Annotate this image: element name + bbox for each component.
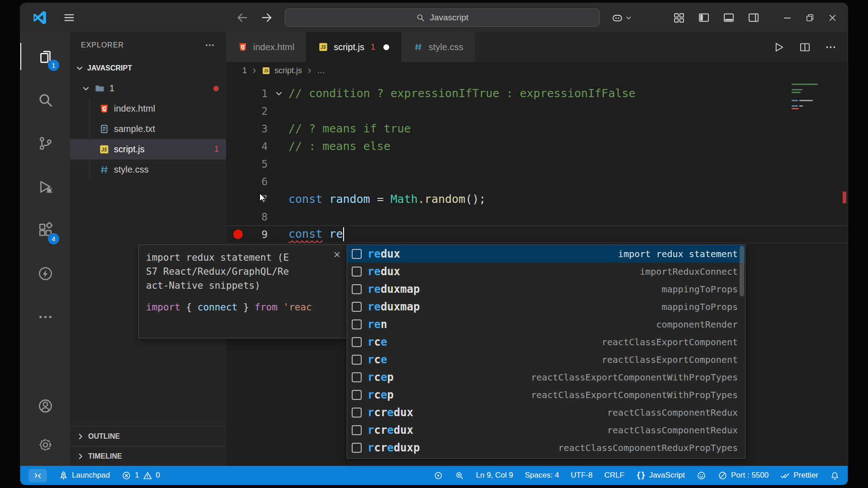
workspace-name: JAVASCRIPT [87, 64, 132, 72]
close-button[interactable] [827, 13, 838, 23]
suggest-item-8[interactable]: rcepreactClassExportComponentWithPropTyp… [347, 386, 745, 404]
code-line-6[interactable]: 6 [226, 173, 848, 190]
suggest-item-3[interactable]: reduxmapmappingToProps [347, 298, 745, 315]
gutter[interactable]: 5 [226, 158, 288, 170]
explorer-more-icon[interactable] [204, 40, 215, 51]
code-line-2[interactable]: 2 [226, 102, 848, 120]
workspace-section-javascript[interactable]: JAVASCRIPT [70, 58, 226, 78]
activity-explorer[interactable]: 1 [20, 35, 70, 78]
launchpad-item[interactable]: Launchpad [59, 471, 110, 480]
code-line-8[interactable]: 8 [226, 208, 848, 225]
activity-search[interactable] [20, 78, 70, 122]
unsaved-dot[interactable] [383, 44, 389, 50]
gutter[interactable]: 9 [226, 229, 288, 240]
activity-source-control[interactable] [20, 122, 70, 165]
run-button[interactable] [773, 41, 785, 53]
breakpoint-dot[interactable] [233, 230, 243, 239]
snippet-icon [352, 319, 362, 329]
docs-close-icon[interactable] [333, 250, 341, 259]
activity-settings[interactable] [20, 425, 70, 464]
gutter[interactable]: 2 [226, 105, 288, 117]
line-number: 8 [261, 211, 268, 223]
snippet-icon [352, 337, 362, 347]
split-editor-button[interactable] [799, 41, 811, 53]
suggest-item-1[interactable]: reduximportReduxConnect [347, 263, 745, 280]
tree-item-sample-txt[interactable]: sample.txt [70, 119, 226, 139]
port-item[interactable]: Port : 5500 [718, 471, 769, 480]
minimap[interactable] [790, 81, 840, 117]
crumb-file[interactable]: script.js [274, 66, 302, 75]
activity-thunder-client[interactable] [20, 252, 70, 295]
command-center-search[interactable]: Javascript [285, 9, 599, 27]
code-line-3[interactable]: 3// ? means if true [226, 120, 848, 137]
suggest-label: redux [368, 265, 400, 278]
minimize-button[interactable] [782, 13, 793, 23]
gutter[interactable]: 1 [226, 88, 288, 99]
code-line-7[interactable]: 7const random = Math.random(); [226, 190, 848, 208]
toggle-sidebar-icon[interactable] [698, 11, 710, 24]
zoom-item[interactable] [455, 471, 464, 480]
tree-item-style-css[interactable]: style.css [70, 160, 226, 180]
suggest-item-10[interactable]: rcreduxreactClassComponentRedux [347, 421, 745, 439]
eol-item[interactable]: CRLF [604, 471, 624, 480]
suggest-item-4[interactable]: rencomponentRender [347, 315, 745, 333]
crumb-more[interactable]: … [317, 66, 325, 75]
suggest-label: rcredux [368, 406, 413, 419]
tab-script-js[interactable]: JS script.js 1 [307, 32, 401, 62]
problems-item[interactable]: 1 0 [122, 471, 160, 480]
smiley-icon [697, 471, 706, 480]
restore-button[interactable] [805, 13, 815, 23]
code-line-9[interactable]: 9const re [226, 225, 848, 243]
suggest-item-7[interactable]: rcepreactClassExportComponentWithPropTyp… [347, 368, 745, 386]
back-icon[interactable] [236, 11, 249, 24]
toggle-secondary-sidebar-icon[interactable] [747, 11, 760, 24]
tree-item-script-js[interactable]: JS script.js 1 [70, 139, 226, 160]
cursor-position-item[interactable]: Ln 9, Col 9 [476, 471, 513, 480]
feedback-item[interactable] [697, 471, 706, 480]
language-item[interactable]: {} JavaScript [636, 471, 685, 480]
formatter-item[interactable]: Prettier [780, 471, 818, 480]
gutter[interactable]: 6 [226, 176, 288, 188]
forward-icon[interactable] [260, 11, 273, 24]
timeline-section[interactable]: TIMELINE [70, 446, 226, 466]
suggest-scrollbar[interactable] [740, 246, 744, 296]
customize-layout-icon[interactable] [673, 11, 685, 24]
suggest-item-11[interactable]: rcreduxpreactClassComponentReduxPropType… [347, 439, 745, 456]
suggest-item-6[interactable]: rcereactClassExportComponent [347, 351, 745, 368]
encoding-item[interactable]: UTF-8 [571, 471, 593, 480]
zoom-icon [455, 471, 464, 480]
snippet-icon [352, 267, 362, 277]
more-actions-button[interactable] [825, 41, 837, 53]
code-line-4[interactable]: 4// : means else [226, 137, 848, 155]
tab-index-html[interactable]: index.html [226, 32, 307, 62]
activity-extensions[interactable]: 4 [20, 208, 70, 252]
gutter[interactable]: 8 [226, 211, 288, 223]
tree-folder-1[interactable]: 1 [70, 78, 226, 99]
crumb-folder[interactable]: 1 [242, 66, 247, 75]
code-line-5[interactable]: 5 [226, 155, 848, 173]
activity-more[interactable] [20, 295, 70, 338]
activity-run-debug[interactable] [20, 165, 70, 208]
suggest-item-9[interactable]: rcreduxreactClassComponentRedux [347, 404, 745, 421]
fold-chevron-icon[interactable] [275, 89, 283, 98]
tree-item-index-html[interactable]: index.html [70, 99, 226, 119]
suggest-label: redux [368, 248, 400, 260]
code-line-1[interactable]: 1// condition ? expressionIfTrue : expre… [226, 84, 848, 102]
tab-style-css[interactable]: style.css [401, 32, 476, 62]
toggle-panel-icon[interactable] [722, 11, 735, 24]
suggest-item-5[interactable]: rcereactClassExportComponent [347, 333, 745, 351]
copilot-menu[interactable] [611, 12, 632, 24]
notifications-item[interactable] [830, 471, 840, 480]
error-icon [122, 471, 131, 480]
outline-section[interactable]: OUTLINE [70, 426, 226, 446]
indentation-item[interactable]: Spaces: 4 [525, 471, 559, 480]
suggest-item-2[interactable]: reduxmapmappingToProps [347, 280, 745, 298]
remote-indicator[interactable] [28, 469, 47, 482]
suggest-item-0[interactable]: reduximport redux statement [347, 245, 745, 263]
screencast-item[interactable] [434, 471, 443, 480]
activity-account[interactable] [20, 386, 70, 425]
gutter[interactable]: 3 [226, 123, 288, 135]
menu-icon[interactable] [63, 11, 75, 24]
debug-icon [37, 178, 54, 195]
gutter[interactable]: 4 [226, 141, 288, 152]
